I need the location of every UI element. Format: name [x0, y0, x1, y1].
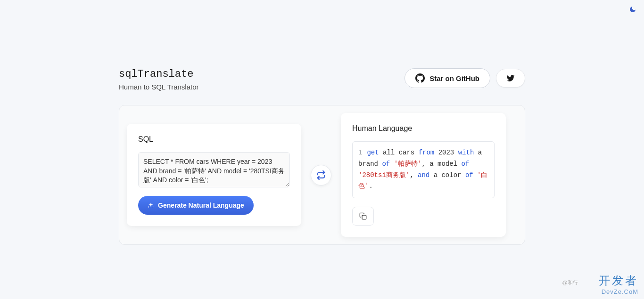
copy-icon: [359, 212, 367, 220]
output-text: 1get all cars from 2023 with a brand of …: [352, 141, 495, 198]
generate-label: Generate Natural Language: [158, 202, 244, 209]
svg-rect-0: [362, 215, 366, 219]
line-number: 1: [358, 149, 362, 156]
sql-input-card: SQL Generate Natural Language: [127, 124, 301, 226]
copy-button[interactable]: [352, 207, 374, 226]
app-title: sqlTranslate: [119, 68, 199, 80]
twitter-button[interactable]: [496, 69, 525, 88]
sql-card-title: SQL: [138, 135, 290, 144]
theme-toggle-button[interactable]: [629, 6, 636, 15]
watermark: @和行 开发者 DevZe.CoM: [562, 273, 638, 295]
header: sqlTranslate Human to SQL Translator Sta…: [119, 68, 525, 91]
swap-icon: [316, 170, 326, 180]
watermark-attribution: @和行: [562, 280, 578, 285]
watermark-main: 开发者: [599, 274, 638, 287]
watermark-sub: DevZe.CoM: [562, 288, 638, 295]
swap-button[interactable]: [311, 165, 331, 186]
app-subtitle: Human to SQL Translator: [119, 83, 199, 91]
github-icon: [415, 73, 425, 83]
output-card: Human Language 1get all cars from 2023 w…: [341, 113, 506, 237]
github-star-label: Star on GitHub: [429, 74, 479, 82]
moon-icon: [629, 6, 636, 13]
output-card-title: Human Language: [352, 124, 495, 133]
github-star-button[interactable]: Star on GitHub: [405, 68, 490, 88]
main-panel: SQL Generate Natural Language Human Lang…: [119, 105, 525, 245]
sparkle-icon: [148, 202, 154, 209]
sql-textarea[interactable]: [138, 152, 290, 187]
twitter-icon: [506, 74, 515, 82]
generate-button[interactable]: Generate Natural Language: [138, 196, 254, 215]
